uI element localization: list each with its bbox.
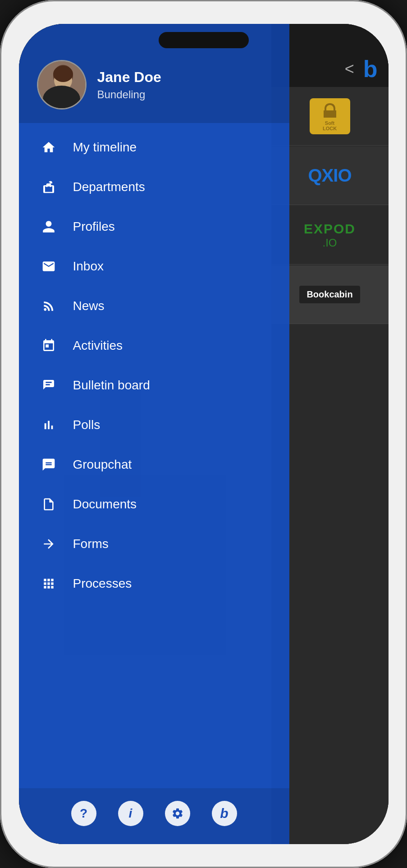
nav-item-my-timeline[interactable]: My timeline xyxy=(19,128,289,167)
nav-label-groupchat: Groupchat xyxy=(73,457,132,472)
expod-logo: EXPOD .IO xyxy=(304,221,356,249)
nav-item-inbox[interactable]: Inbox xyxy=(19,247,289,286)
nav-label-departments: Departments xyxy=(73,180,145,194)
screen: < b Soft LOCK xyxy=(19,24,389,844)
rss-icon xyxy=(39,296,59,316)
nav-label-inbox: Inbox xyxy=(73,259,104,274)
nav-label-profiles: Profiles xyxy=(73,219,115,234)
phone-notch xyxy=(159,32,249,48)
avatar xyxy=(37,60,87,110)
phone-screen: < b Soft LOCK xyxy=(19,24,389,844)
user-company: Bundeling xyxy=(97,88,161,101)
nav-item-news[interactable]: News xyxy=(19,286,289,326)
envelope-icon xyxy=(39,256,59,276)
processes-icon xyxy=(39,574,59,594)
bundeling-brand-icon: b xyxy=(363,55,378,82)
nav-label-processes: Processes xyxy=(73,576,132,591)
nav-label-news: News xyxy=(73,299,105,313)
chat-icon xyxy=(39,455,59,475)
softlock-logo: Soft LOCK xyxy=(310,98,350,134)
nav-item-groupchat[interactable]: Groupchat xyxy=(19,445,289,484)
nav-item-bulletin-board[interactable]: Bulletin board xyxy=(19,365,289,405)
svg-point-10 xyxy=(53,66,73,82)
nav-item-forms[interactable]: Forms xyxy=(19,524,289,564)
home-icon xyxy=(39,137,59,157)
svg-rect-9 xyxy=(59,88,67,95)
gear-icon xyxy=(171,807,184,820)
user-info: Jane Doe Bundeling xyxy=(97,69,161,101)
briefcase-icon xyxy=(39,177,59,197)
svg-point-4 xyxy=(328,112,332,116)
nav-item-activities[interactable]: Activities xyxy=(19,326,289,365)
arrow-icon xyxy=(39,534,59,554)
back-button[interactable]: < xyxy=(345,59,354,78)
document-icon xyxy=(39,494,59,514)
polls-icon xyxy=(39,415,59,435)
bookcabin-logo: Bookcabin xyxy=(299,286,360,303)
nav-item-profiles[interactable]: Profiles xyxy=(19,207,289,247)
nav-label-forms: Forms xyxy=(73,537,109,551)
nav-list: My timeline Departments Pr xyxy=(19,123,289,788)
nav-item-polls[interactable]: Polls xyxy=(19,405,289,445)
brand-button[interactable]: b xyxy=(212,801,237,826)
nav-item-departments[interactable]: Departments xyxy=(19,167,289,207)
nav-label-documents: Documents xyxy=(73,497,137,512)
person-icon xyxy=(39,217,59,237)
user-name: Jane Doe xyxy=(97,69,161,86)
nav-menu: Jane Doe Bundeling My timeline xyxy=(19,24,289,844)
help-button[interactable]: ? xyxy=(71,801,96,826)
qxio-logo: QXIO xyxy=(308,165,351,186)
settings-button[interactable] xyxy=(165,801,190,826)
phone-frame: < b Soft LOCK xyxy=(0,0,407,868)
avatar-image xyxy=(38,61,85,108)
calendar-icon xyxy=(39,336,59,356)
info-button[interactable]: i xyxy=(118,801,143,826)
nav-label-polls: Polls xyxy=(73,418,101,432)
bulletin-icon xyxy=(39,375,59,395)
user-profile-section: Jane Doe Bundeling xyxy=(19,24,289,123)
nav-label-bulletin-board: Bulletin board xyxy=(73,378,150,393)
nav-item-documents[interactable]: Documents xyxy=(19,484,289,524)
bottom-toolbar: ? i b xyxy=(19,788,289,844)
nav-label-my-timeline: My timeline xyxy=(73,140,137,155)
nav-item-processes[interactable]: Processes xyxy=(19,564,289,603)
nav-label-activities: Activities xyxy=(73,338,123,353)
